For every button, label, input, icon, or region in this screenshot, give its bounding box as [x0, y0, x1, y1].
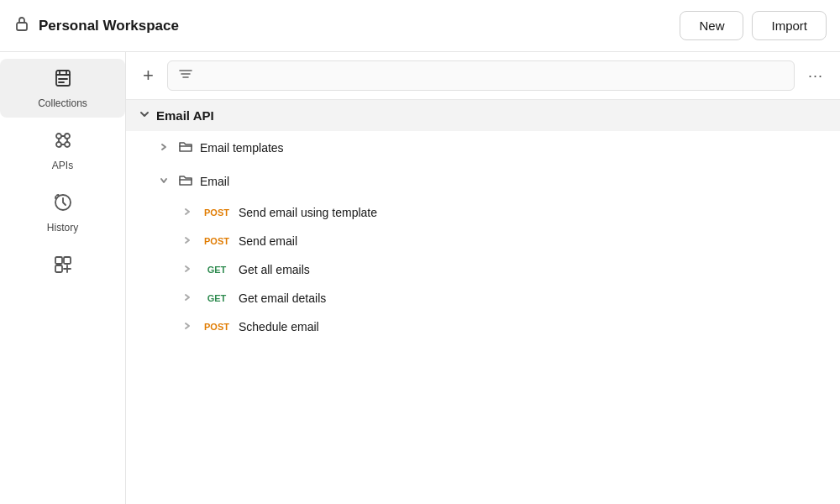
header-left: Personal Workspace: [13, 15, 179, 36]
request-schedule-email[interactable]: POST Schedule email: [126, 312, 840, 341]
svg-rect-13: [55, 257, 62, 264]
sidebar-item-add[interactable]: [0, 245, 125, 292]
method-badge-2: POST: [202, 236, 232, 246]
method-badge-1: POST: [202, 207, 232, 218]
req-name-4: Get email details: [239, 291, 326, 305]
req-chevron-1: [183, 207, 192, 218]
folder-email-templates[interactable]: Email templates: [126, 131, 840, 165]
request-get-all-emails[interactable]: GET Get all emails: [126, 255, 840, 284]
folder-chevron-right: [160, 143, 168, 153]
folder-name: Email templates: [200, 141, 284, 155]
history-label: History: [47, 222, 78, 234]
svg-rect-15: [55, 265, 62, 272]
req-chevron-5: [183, 322, 192, 332]
collections-tree: Email API Email templates: [126, 100, 840, 504]
email-folder-icon: [178, 172, 193, 191]
apis-label: APIs: [52, 160, 73, 171]
import-button[interactable]: Import: [752, 11, 827, 40]
method-badge-3: GET: [202, 265, 232, 275]
collection-chevron: [139, 109, 150, 122]
add-workspace-icon: [52, 254, 74, 281]
request-send-email-template[interactable]: POST Send email using template: [126, 198, 840, 227]
request-send-email[interactable]: POST Send email: [126, 227, 840, 255]
svg-rect-14: [64, 257, 71, 264]
filter-icon: [178, 66, 193, 85]
method-badge-4: GET: [202, 293, 232, 303]
collections-icon: [52, 67, 74, 94]
apis-icon: [52, 129, 74, 156]
req-name-1: Send email using template: [239, 206, 377, 219]
folder-email[interactable]: Email: [126, 165, 840, 198]
sidebar-item-apis[interactable]: APIs: [0, 121, 125, 180]
req-name-3: Get all emails: [239, 263, 310, 276]
email-folder-name: Email: [200, 175, 229, 188]
sidebar: Collections APIs: [0, 52, 126, 504]
workspace-title: Personal Workspace: [39, 18, 179, 34]
header: Personal Workspace New Import: [0, 0, 840, 52]
search-bar[interactable]: [167, 60, 795, 91]
req-name-5: Schedule email: [239, 320, 319, 333]
sidebar-item-history[interactable]: History: [0, 183, 125, 242]
req-chevron-3: [183, 265, 192, 275]
method-badge-5: POST: [202, 322, 232, 332]
add-button[interactable]: +: [139, 63, 157, 88]
request-get-email-details[interactable]: GET Get email details: [126, 284, 840, 312]
content-area: + ··· Ema: [126, 52, 840, 504]
collections-label: Collections: [38, 97, 87, 109]
folder-chevron-down: [160, 176, 168, 186]
main-layout: Collections APIs: [0, 52, 840, 504]
sidebar-item-collections[interactable]: Collections: [0, 59, 125, 118]
new-button[interactable]: New: [680, 11, 743, 40]
history-icon: [52, 192, 74, 218]
req-chevron-2: [183, 236, 192, 246]
collection-name: Email API: [156, 108, 214, 123]
svg-rect-0: [17, 23, 27, 30]
req-chevron-4: [183, 293, 192, 303]
req-name-2: Send email: [239, 234, 297, 248]
lock-icon: [13, 15, 30, 36]
folder-icon: [178, 139, 193, 157]
more-options-button[interactable]: ···: [805, 66, 827, 87]
toolbar: + ···: [126, 52, 840, 100]
collection-email-api[interactable]: Email API: [126, 100, 840, 131]
svg-rect-1: [56, 71, 70, 86]
header-buttons: New Import: [680, 11, 827, 40]
